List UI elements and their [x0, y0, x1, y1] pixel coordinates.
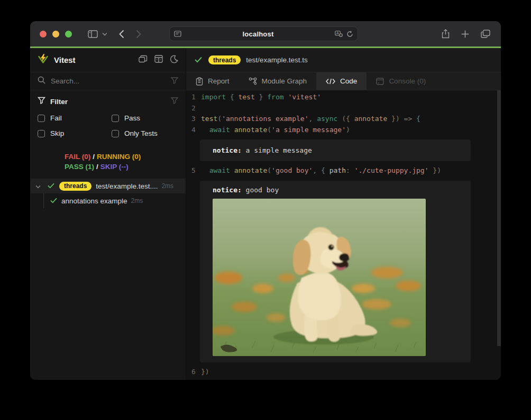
tab-module-graph[interactable]: Module Graph: [239, 72, 317, 90]
test-case-row[interactable]: annotations example 2ms: [30, 193, 186, 208]
line-number: 4: [186, 125, 198, 136]
code-icon: [326, 78, 335, 85]
page-settings-icon[interactable]: [174, 31, 181, 37]
app-title: Vitest: [54, 55, 139, 64]
annotation-notice: notice: a simple message: [200, 139, 471, 161]
test-case-name: annotations example: [61, 197, 127, 205]
window-controls: [40, 31, 72, 38]
line-number: 6: [186, 367, 198, 378]
reload-icon[interactable]: [346, 31, 353, 38]
main-panel: threads test/example.test.ts Report: [186, 48, 501, 380]
code-line: 4 await annotate('a simple message'): [186, 125, 501, 136]
stats-line-1: FAIL (0)/RUNNING (0): [65, 152, 186, 162]
dashboard-icon[interactable]: [139, 55, 148, 66]
sidebar: Vitest: [30, 48, 186, 380]
tab-console[interactable]: Console (0): [367, 72, 435, 90]
checkbox-pass[interactable]: Pass: [112, 110, 178, 126]
test-stats: FAIL (0)/RUNNING (0) PASS (1)/SKIP (--): [30, 152, 186, 172]
funnel-icon: [38, 97, 45, 106]
checkbox-box: [112, 115, 119, 122]
browser-sidebar-icon[interactable]: [88, 30, 98, 38]
line-number: 3: [186, 114, 198, 125]
clipboard-icon: [196, 77, 203, 86]
pool-badge: threads: [208, 55, 241, 64]
line-number: 7: [186, 377, 198, 380]
annotation-notice: notice: good boy: [200, 181, 471, 362]
new-tab-icon[interactable]: [461, 30, 469, 38]
annotation-message: good boy: [242, 186, 279, 194]
tab-report[interactable]: Report: [186, 72, 239, 90]
checkbox-fail[interactable]: Fail: [38, 110, 112, 126]
share-icon[interactable]: [442, 29, 450, 39]
clear-filter-icon[interactable]: [171, 97, 178, 106]
report-summary-icon[interactable]: [154, 55, 163, 66]
puppy-image: [213, 199, 426, 356]
tab-code[interactable]: Code: [316, 72, 367, 90]
forward-button[interactable]: [136, 30, 141, 39]
module-graph-icon: [249, 77, 257, 85]
checkbox-skip[interactable]: Skip: [38, 126, 112, 141]
code-line: 5 await annotate('good boy', { path: './…: [186, 165, 501, 176]
search-placeholder: Search...: [51, 77, 171, 85]
close-window-button[interactable]: [40, 31, 47, 38]
running-count: RUNNING (0): [97, 153, 141, 161]
vitest-logo-icon: [38, 53, 49, 67]
file-header: threads test/example.test.ts: [186, 48, 501, 72]
code-line: 1import { test } from 'vitest': [186, 92, 501, 103]
search-icon: [38, 76, 45, 86]
tab-overview-icon[interactable]: [481, 30, 490, 38]
open-file-name: test/example.test.ts: [246, 56, 307, 64]
annotation-type-label: notice:: [213, 146, 242, 154]
chevron-down-icon[interactable]: [102, 32, 107, 36]
address-bar[interactable]: localhost A: [169, 26, 358, 41]
checkbox-box: [112, 130, 119, 137]
checkbox-box: [38, 115, 45, 122]
code-viewer[interactable]: 1import { test } from 'vitest'23test('an…: [186, 90, 501, 380]
clear-search-filter-icon[interactable]: [171, 77, 178, 86]
translate-icon[interactable]: A: [335, 31, 343, 38]
check-icon: [48, 181, 54, 191]
zoom-window-button[interactable]: [65, 31, 72, 38]
line-number: 1: [186, 92, 198, 103]
line-number: 5: [186, 165, 198, 176]
dark-mode-moon-icon[interactable]: [170, 55, 178, 66]
filter-section: Filter Fail Pass Skip Only Tests: [30, 90, 186, 141]
skip-count: SKIP (--): [100, 163, 129, 171]
test-tree: threads test/example.test.... 2ms annota…: [30, 179, 186, 208]
annotation-message: a simple message: [242, 146, 312, 154]
filter-label: Filter: [50, 98, 171, 106]
tree-guide-line: [43, 193, 44, 208]
url-text: localhost: [181, 30, 335, 38]
browser-window: localhost A: [30, 21, 501, 380]
code-line: 3test('annotations example', async ({ an…: [186, 114, 501, 125]
test-duration: 2ms: [131, 197, 143, 204]
checkbox-box: [38, 130, 45, 137]
code-line: 7: [186, 377, 501, 380]
back-button[interactable]: [119, 30, 124, 39]
pool-badge: threads: [59, 182, 91, 191]
fail-count: FAIL (0): [65, 153, 90, 161]
chevron-down-icon[interactable]: [35, 181, 43, 191]
test-file-row[interactable]: threads test/example.test.... 2ms: [30, 179, 186, 193]
code-scrollbar[interactable]: [497, 90, 501, 346]
sidebar-header: Vitest: [30, 48, 186, 72]
test-file-name: test/example.test....: [96, 182, 158, 190]
annotation-type-label: notice:: [213, 186, 242, 194]
console-icon: [376, 78, 384, 85]
checkbox-only-tests[interactable]: Only Tests: [112, 126, 178, 141]
test-duration: 2ms: [161, 182, 173, 190]
tab-bar: Report Module Graph: [186, 72, 501, 90]
desktop-background: localhost A: [0, 0, 531, 420]
check-icon: [50, 196, 57, 206]
code-line: 2: [186, 103, 501, 114]
minimize-window-button[interactable]: [52, 31, 59, 38]
stats-line-2: PASS (1)/SKIP (--): [65, 162, 186, 172]
search-input[interactable]: Search...: [30, 72, 186, 90]
code-line: 6}): [186, 367, 501, 378]
line-number: 2: [186, 103, 198, 114]
svg-text:A: A: [336, 31, 339, 35]
check-icon: [195, 55, 202, 65]
pass-count: PASS (1): [65, 163, 94, 171]
browser-toolbar: localhost A: [30, 21, 501, 46]
